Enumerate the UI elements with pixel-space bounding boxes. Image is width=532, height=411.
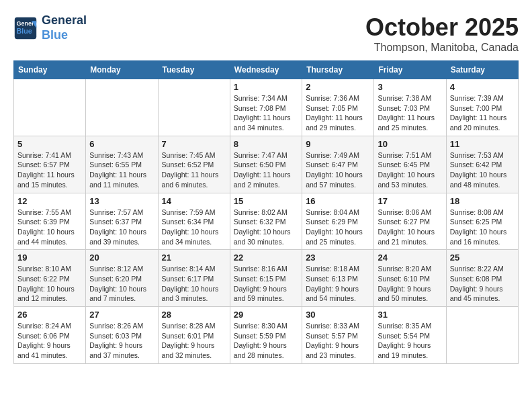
day-info: Sunrise: 7:47 AM Sunset: 6:50 PM Dayligh… [234,150,298,190]
day-info: Sunrise: 7:38 AM Sunset: 7:03 PM Dayligh… [378,93,442,133]
calendar-cell: 9Sunrise: 7:49 AM Sunset: 6:47 PM Daylig… [302,136,374,193]
day-info: Sunrise: 7:36 AM Sunset: 7:05 PM Dayligh… [306,93,370,133]
day-info: Sunrise: 8:16 AM Sunset: 6:15 PM Dayligh… [234,264,298,304]
day-info: Sunrise: 7:59 AM Sunset: 6:34 PM Dayligh… [162,208,226,247]
calendar-cell: 5Sunrise: 7:41 AM Sunset: 6:57 PM Daylig… [14,136,86,193]
calendar-cell: 23Sunrise: 8:18 AM Sunset: 6:13 PM Dayli… [302,250,374,307]
calendar-cell: 17Sunrise: 8:06 AM Sunset: 6:27 PM Dayli… [374,193,446,250]
calendar-cell: 29Sunrise: 8:30 AM Sunset: 5:59 PM Dayli… [230,307,302,364]
day-number: 3 [378,82,442,92]
day-number: 20 [89,253,154,263]
calendar-cell [158,79,230,136]
calendar-week-4: 19Sunrise: 8:10 AM Sunset: 6:22 PM Dayli… [14,250,519,307]
calendar-cell: 28Sunrise: 8:28 AM Sunset: 6:01 PM Dayli… [158,307,230,364]
day-info: Sunrise: 7:39 AM Sunset: 7:00 PM Dayligh… [450,93,515,133]
day-number: 21 [162,253,226,263]
calendar-week-1: 1Sunrise: 7:34 AM Sunset: 7:08 PM Daylig… [14,79,519,136]
page-header: General Blue General Blue October 2025 T… [13,13,519,54]
calendar-table: SundayMondayTuesdayWednesdayThursdayFrid… [13,60,519,364]
day-number: 31 [378,310,442,320]
day-number: 11 [450,139,515,149]
day-number: 14 [162,196,226,206]
weekday-header-saturday: Saturday [446,61,518,79]
day-info: Sunrise: 8:24 AM Sunset: 6:06 PM Dayligh… [17,321,82,361]
day-number: 9 [306,139,370,149]
day-info: Sunrise: 8:06 AM Sunset: 6:27 PM Dayligh… [378,208,442,247]
day-number: 27 [89,310,154,320]
calendar-cell: 25Sunrise: 8:22 AM Sunset: 6:08 PM Dayli… [446,250,518,307]
logo-text-general: General [42,13,87,28]
day-number: 12 [17,196,82,206]
calendar-cell: 16Sunrise: 8:04 AM Sunset: 6:29 PM Dayli… [302,193,374,250]
day-info: Sunrise: 8:18 AM Sunset: 6:13 PM Dayligh… [306,264,370,304]
calendar-cell: 14Sunrise: 7:59 AM Sunset: 6:34 PM Dayli… [158,193,230,250]
day-info: Sunrise: 8:30 AM Sunset: 5:59 PM Dayligh… [234,321,298,361]
weekday-header-friday: Friday [374,61,446,79]
weekday-header-wednesday: Wednesday [230,61,302,79]
calendar-cell: 2Sunrise: 7:36 AM Sunset: 7:05 PM Daylig… [302,79,374,136]
title-area: October 2025 Thompson, Manitoba, Canada [365,13,519,54]
month-title: October 2025 [365,13,519,42]
calendar-cell: 6Sunrise: 7:43 AM Sunset: 6:55 PM Daylig… [86,136,158,193]
day-number: 6 [89,139,154,149]
calendar-cell: 21Sunrise: 8:14 AM Sunset: 6:17 PM Dayli… [158,250,230,307]
day-info: Sunrise: 8:26 AM Sunset: 6:03 PM Dayligh… [89,321,154,361]
day-info: Sunrise: 7:41 AM Sunset: 6:57 PM Dayligh… [17,150,82,190]
logo: General Blue General Blue [13,13,87,42]
svg-text:Blue: Blue [17,27,32,35]
calendar-cell [14,79,86,136]
day-info: Sunrise: 7:45 AM Sunset: 6:52 PM Dayligh… [162,150,226,190]
weekday-header-sunday: Sunday [14,61,86,79]
calendar-cell: 11Sunrise: 7:53 AM Sunset: 6:42 PM Dayli… [446,136,518,193]
logo-text-blue: Blue [42,28,87,43]
calendar-cell [86,79,158,136]
day-number: 30 [306,310,370,320]
day-info: Sunrise: 8:12 AM Sunset: 6:20 PM Dayligh… [89,264,154,304]
calendar-cell: 19Sunrise: 8:10 AM Sunset: 6:22 PM Dayli… [14,250,86,307]
calendar-cell [446,307,518,364]
day-info: Sunrise: 7:53 AM Sunset: 6:42 PM Dayligh… [450,150,515,190]
weekday-header-row: SundayMondayTuesdayWednesdayThursdayFrid… [14,61,519,79]
day-number: 26 [17,310,82,320]
calendar-cell: 18Sunrise: 8:08 AM Sunset: 6:25 PM Dayli… [446,193,518,250]
day-number: 24 [378,253,442,263]
day-info: Sunrise: 8:28 AM Sunset: 6:01 PM Dayligh… [162,321,226,361]
logo-icon: General Blue [13,16,38,40]
day-number: 25 [450,253,515,263]
calendar-cell: 24Sunrise: 8:20 AM Sunset: 6:10 PM Dayli… [374,250,446,307]
day-info: Sunrise: 7:49 AM Sunset: 6:47 PM Dayligh… [306,150,370,190]
day-number: 1 [234,82,298,92]
weekday-header-thursday: Thursday [302,61,374,79]
calendar-cell: 1Sunrise: 7:34 AM Sunset: 7:08 PM Daylig… [230,79,302,136]
day-info: Sunrise: 8:33 AM Sunset: 5:57 PM Dayligh… [306,321,370,361]
weekday-header-monday: Monday [86,61,158,79]
calendar-cell: 30Sunrise: 8:33 AM Sunset: 5:57 PM Dayli… [302,307,374,364]
day-info: Sunrise: 8:20 AM Sunset: 6:10 PM Dayligh… [378,264,442,304]
calendar-cell: 15Sunrise: 8:02 AM Sunset: 6:32 PM Dayli… [230,193,302,250]
calendar-cell: 20Sunrise: 8:12 AM Sunset: 6:20 PM Dayli… [86,250,158,307]
day-number: 4 [450,82,515,92]
day-info: Sunrise: 7:43 AM Sunset: 6:55 PM Dayligh… [89,150,154,190]
day-number: 7 [162,139,226,149]
calendar-cell: 27Sunrise: 8:26 AM Sunset: 6:03 PM Dayli… [86,307,158,364]
day-number: 5 [17,139,82,149]
calendar-week-2: 5Sunrise: 7:41 AM Sunset: 6:57 PM Daylig… [14,136,519,193]
day-info: Sunrise: 7:51 AM Sunset: 6:45 PM Dayligh… [378,150,442,190]
day-number: 8 [234,139,298,149]
day-info: Sunrise: 8:22 AM Sunset: 6:08 PM Dayligh… [450,264,515,304]
calendar-cell: 13Sunrise: 7:57 AM Sunset: 6:37 PM Dayli… [86,193,158,250]
day-number: 15 [234,196,298,206]
calendar-cell: 12Sunrise: 7:55 AM Sunset: 6:39 PM Dayli… [14,193,86,250]
day-info: Sunrise: 8:35 AM Sunset: 5:54 PM Dayligh… [378,321,442,361]
calendar-cell: 8Sunrise: 7:47 AM Sunset: 6:50 PM Daylig… [230,136,302,193]
calendar-week-3: 12Sunrise: 7:55 AM Sunset: 6:39 PM Dayli… [14,193,519,250]
calendar-week-5: 26Sunrise: 8:24 AM Sunset: 6:06 PM Dayli… [14,307,519,364]
day-number: 16 [306,196,370,206]
day-number: 10 [378,139,442,149]
day-number: 2 [306,82,370,92]
day-number: 29 [234,310,298,320]
day-number: 13 [89,196,154,206]
calendar-cell: 26Sunrise: 8:24 AM Sunset: 6:06 PM Dayli… [14,307,86,364]
calendar-cell: 4Sunrise: 7:39 AM Sunset: 7:00 PM Daylig… [446,79,518,136]
day-info: Sunrise: 8:10 AM Sunset: 6:22 PM Dayligh… [17,264,82,304]
